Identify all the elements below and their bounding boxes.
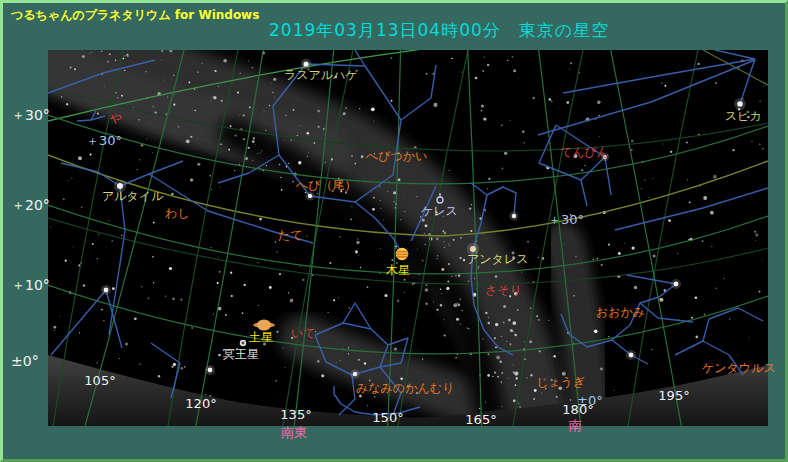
pluto-symbol[interactable] [240, 340, 246, 346]
altitude-tick: ＋20° [11, 198, 50, 212]
altitude-tick: ＋30° [11, 108, 50, 122]
sky-canvas [48, 50, 768, 426]
direction-label: 南東 [281, 426, 307, 439]
app-title: つるちゃんのプラネタリウム for Windows [11, 7, 259, 24]
datetime-location-title: 2019年03月13日04時00分 東京の星空 [269, 19, 609, 42]
altitude-tick: ＋10° [11, 278, 50, 292]
saturn-symbol[interactable] [253, 320, 275, 331]
planetarium-window: つるちゃんのプラネタリウム for Windows 2019年03月13日04時… [0, 0, 788, 462]
sky-chart[interactable] [48, 50, 768, 426]
altitude-tick: ±0° [11, 354, 39, 368]
